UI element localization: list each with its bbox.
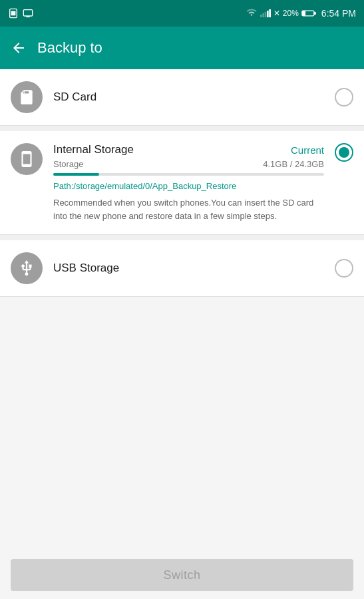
svg-rect-6 — [262, 13, 264, 17]
page-title: Backup to — [37, 39, 102, 57]
sim-icon — [8, 8, 19, 19]
switch-button[interactable]: Switch — [11, 559, 353, 591]
content-area: SD Card Internal Storage Current Storage… — [0, 69, 364, 551]
usb-storage-radio[interactable] — [335, 259, 353, 278]
bottom-bar: Switch — [0, 551, 364, 599]
storage-path: Path:/storage/emulated/0/App_Backup_Rest… — [53, 181, 324, 191]
svg-rect-1 — [11, 11, 16, 16]
status-bar-left — [8, 8, 33, 19]
status-bar: ✕ 20% 6:54 PM — [0, 0, 364, 27]
phone-icon — [18, 150, 35, 168]
storage-info-row: Storage 4.1GB / 24.3GB — [53, 159, 324, 169]
sd-card-radio[interactable] — [335, 88, 353, 106]
svg-rect-11 — [314, 12, 315, 14]
usb-storage-title: USB Storage — [53, 262, 119, 274]
status-bar-right: ✕ 20% 6:54 PM — [246, 8, 356, 19]
divider-2 — [0, 235, 364, 240]
storage-size: 4.1GB / 24.3GB — [263, 159, 324, 169]
sd-card-item[interactable]: SD Card — [0, 69, 364, 126]
battery-percent: 20% — [283, 9, 299, 18]
usb-icon-circle — [11, 252, 43, 284]
svg-rect-9 — [269, 9, 271, 17]
svg-rect-7 — [264, 12, 266, 17]
internal-storage-item[interactable]: Internal Storage Current Storage 4.1GB /… — [0, 131, 364, 235]
internal-storage-content: Internal Storage Current Storage 4.1GB /… — [53, 143, 324, 222]
storage-progress-container — [53, 173, 324, 176]
svg-rect-5 — [260, 15, 262, 17]
usb-icon — [18, 260, 35, 277]
storage-progress-fill — [53, 173, 99, 176]
internal-storage-radio[interactable] — [335, 143, 353, 162]
internal-storage-header-row: Internal Storage Current — [53, 143, 324, 156]
usb-storage-item[interactable]: USB Storage — [0, 240, 364, 297]
sd-card-icon-circle — [11, 81, 43, 113]
internal-storage-title: Internal Storage — [53, 143, 134, 156]
svg-rect-8 — [267, 11, 269, 17]
back-button[interactable] — [11, 40, 27, 56]
internal-storage-icon-circle — [11, 143, 43, 175]
svg-rect-2 — [23, 10, 32, 16]
time-display: 6:54 PM — [321, 8, 356, 19]
svg-rect-12 — [302, 11, 305, 15]
signal-icon — [260, 9, 271, 18]
app-bar: Backup to — [0, 27, 364, 69]
divider-1 — [0, 126, 364, 131]
sd-card-title: SD Card — [53, 91, 96, 103]
wifi-icon — [246, 9, 258, 18]
no-service-icon: ✕ — [273, 9, 280, 18]
storage-description: Recommended when you switch phones.You c… — [53, 196, 324, 222]
sd-card-content: SD Card — [53, 91, 324, 104]
screen-icon — [23, 8, 33, 19]
battery-icon — [301, 9, 316, 17]
usb-storage-content: USB Storage — [53, 262, 324, 275]
radio-inner-fill — [339, 147, 349, 158]
sd-card-icon — [18, 89, 35, 106]
current-label: Current — [291, 144, 324, 156]
storage-label: Storage — [53, 159, 84, 169]
